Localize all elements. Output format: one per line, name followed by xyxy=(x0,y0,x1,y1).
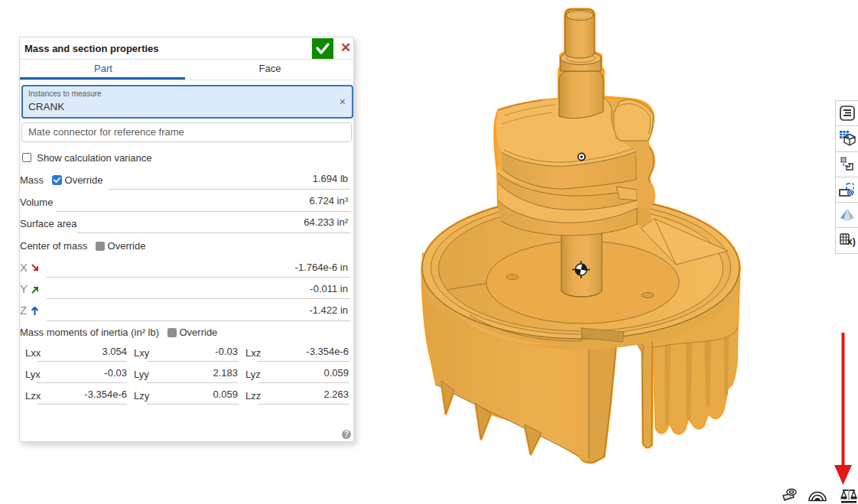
svg-text:x): x) xyxy=(847,236,856,247)
